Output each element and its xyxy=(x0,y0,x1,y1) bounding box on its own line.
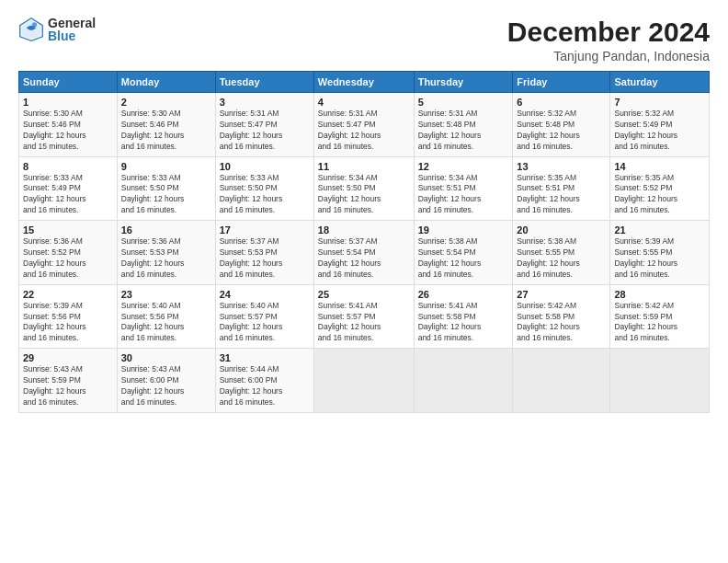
main-title: December 2024 xyxy=(507,17,710,47)
day-number: 2 xyxy=(121,97,211,108)
calendar-day-cell: 31Sunrise: 5:44 AMSunset: 6:00 PMDayligh… xyxy=(215,349,313,413)
day-info: Sunrise: 5:35 AMSunset: 5:52 PMDaylight:… xyxy=(614,173,705,217)
day-info: Sunrise: 5:35 AMSunset: 5:51 PMDaylight:… xyxy=(517,173,606,217)
calendar-day-cell: 5Sunrise: 5:31 AMSunset: 5:48 PMDaylight… xyxy=(414,93,513,157)
calendar-day-cell: 4Sunrise: 5:31 AMSunset: 5:47 PMDaylight… xyxy=(313,93,414,157)
logo: General Blue xyxy=(18,17,96,42)
day-number: 25 xyxy=(318,289,410,300)
subtitle: Tanjung Pandan, Indonesia xyxy=(507,49,710,63)
calendar-day-cell: 14Sunrise: 5:35 AMSunset: 5:52 PMDayligh… xyxy=(610,156,710,221)
calendar-day-cell: 26Sunrise: 5:41 AMSunset: 5:58 PMDayligh… xyxy=(414,284,513,349)
day-of-week-header: Tuesday xyxy=(215,72,313,93)
day-info: Sunrise: 5:36 AMSunset: 5:52 PMDaylight:… xyxy=(23,236,113,281)
day-of-week-header: Sunday xyxy=(19,72,118,93)
day-info: Sunrise: 5:42 AMSunset: 5:58 PMDaylight:… xyxy=(517,301,606,345)
day-info: Sunrise: 5:40 AMSunset: 5:57 PMDaylight:… xyxy=(220,301,310,345)
calendar-day-cell: 3Sunrise: 5:31 AMSunset: 5:47 PMDaylight… xyxy=(215,93,313,157)
day-info: Sunrise: 5:37 AMSunset: 5:54 PMDaylight:… xyxy=(318,236,410,281)
calendar-day-cell: 23Sunrise: 5:40 AMSunset: 5:56 PMDayligh… xyxy=(117,284,215,349)
calendar-day-cell xyxy=(513,349,610,413)
day-info: Sunrise: 5:36 AMSunset: 5:53 PMDaylight:… xyxy=(121,236,211,281)
title-block: December 2024 Tanjung Pandan, Indonesia xyxy=(507,17,710,63)
day-number: 15 xyxy=(23,224,113,236)
calendar-day-cell: 8Sunrise: 5:33 AMSunset: 5:49 PMDaylight… xyxy=(19,156,118,221)
day-number: 6 xyxy=(517,97,606,108)
day-number: 29 xyxy=(23,352,113,363)
calendar-day-cell: 24Sunrise: 5:40 AMSunset: 5:57 PMDayligh… xyxy=(215,284,313,349)
logo-text: General Blue xyxy=(48,17,96,42)
day-info: Sunrise: 5:40 AMSunset: 5:56 PMDaylight:… xyxy=(121,301,211,345)
calendar-table: SundayMondayTuesdayWednesdayThursdayFrid… xyxy=(18,71,710,413)
day-info: Sunrise: 5:42 AMSunset: 5:59 PMDaylight:… xyxy=(614,301,705,345)
calendar-week-row: 8Sunrise: 5:33 AMSunset: 5:49 PMDaylight… xyxy=(19,156,710,221)
day-info: Sunrise: 5:30 AMSunset: 5:46 PMDaylight:… xyxy=(23,109,113,153)
day-number: 30 xyxy=(121,352,211,363)
calendar-day-cell: 11Sunrise: 5:34 AMSunset: 5:50 PMDayligh… xyxy=(313,156,414,221)
header: General Blue December 2024 Tanjung Panda… xyxy=(18,17,710,63)
day-number: 26 xyxy=(418,289,509,300)
calendar-week-row: 15Sunrise: 5:36 AMSunset: 5:52 PMDayligh… xyxy=(19,221,710,285)
day-number: 4 xyxy=(318,97,410,108)
day-info: Sunrise: 5:33 AMSunset: 5:49 PMDaylight:… xyxy=(23,173,113,217)
day-info: Sunrise: 5:32 AMSunset: 5:48 PMDaylight:… xyxy=(517,109,606,153)
page: General Blue December 2024 Tanjung Panda… xyxy=(0,0,728,563)
calendar-day-cell: 16Sunrise: 5:36 AMSunset: 5:53 PMDayligh… xyxy=(117,221,215,285)
calendar-day-cell: 25Sunrise: 5:41 AMSunset: 5:57 PMDayligh… xyxy=(313,284,414,349)
day-info: Sunrise: 5:37 AMSunset: 5:53 PMDaylight:… xyxy=(220,236,310,281)
calendar-day-cell: 2Sunrise: 5:30 AMSunset: 5:46 PMDaylight… xyxy=(117,93,215,157)
calendar-week-row: 1Sunrise: 5:30 AMSunset: 5:46 PMDaylight… xyxy=(19,93,710,157)
calendar-week-row: 22Sunrise: 5:39 AMSunset: 5:56 PMDayligh… xyxy=(19,284,710,349)
day-info: Sunrise: 5:31 AMSunset: 5:47 PMDaylight:… xyxy=(318,109,410,153)
calendar-week-row: 29Sunrise: 5:43 AMSunset: 5:59 PMDayligh… xyxy=(19,349,710,413)
calendar-day-cell: 12Sunrise: 5:34 AMSunset: 5:51 PMDayligh… xyxy=(414,156,513,221)
day-number: 16 xyxy=(121,224,211,236)
day-info: Sunrise: 5:33 AMSunset: 5:50 PMDaylight:… xyxy=(121,173,211,217)
day-of-week-header: Thursday xyxy=(414,72,513,93)
day-info: Sunrise: 5:41 AMSunset: 5:57 PMDaylight:… xyxy=(318,301,410,345)
logo-blue-label: Blue xyxy=(48,29,96,42)
day-info: Sunrise: 5:38 AMSunset: 5:55 PMDaylight:… xyxy=(517,236,606,281)
calendar-day-cell: 15Sunrise: 5:36 AMSunset: 5:52 PMDayligh… xyxy=(19,221,118,285)
day-number: 19 xyxy=(418,224,509,236)
day-info: Sunrise: 5:39 AMSunset: 5:55 PMDaylight:… xyxy=(614,236,705,281)
day-of-week-header: Saturday xyxy=(610,72,710,93)
day-number: 11 xyxy=(318,161,410,172)
day-info: Sunrise: 5:32 AMSunset: 5:49 PMDaylight:… xyxy=(614,109,705,153)
day-number: 28 xyxy=(614,289,705,300)
day-number: 31 xyxy=(220,352,310,363)
day-info: Sunrise: 5:34 AMSunset: 5:51 PMDaylight:… xyxy=(418,173,509,217)
calendar-day-cell: 29Sunrise: 5:43 AMSunset: 5:59 PMDayligh… xyxy=(19,349,118,413)
day-number: 7 xyxy=(614,97,705,108)
day-number: 24 xyxy=(220,289,310,300)
day-number: 22 xyxy=(23,289,113,300)
day-info: Sunrise: 5:44 AMSunset: 6:00 PMDaylight:… xyxy=(220,364,310,408)
calendar-day-cell: 6Sunrise: 5:32 AMSunset: 5:48 PMDaylight… xyxy=(513,93,610,157)
day-info: Sunrise: 5:39 AMSunset: 5:56 PMDaylight:… xyxy=(23,301,113,345)
day-number: 1 xyxy=(23,97,113,108)
calendar-day-cell xyxy=(313,349,414,413)
calendar-day-cell: 13Sunrise: 5:35 AMSunset: 5:51 PMDayligh… xyxy=(513,156,610,221)
calendar-day-cell: 17Sunrise: 5:37 AMSunset: 5:53 PMDayligh… xyxy=(215,221,313,285)
calendar-day-cell: 19Sunrise: 5:38 AMSunset: 5:54 PMDayligh… xyxy=(414,221,513,285)
calendar-day-cell: 1Sunrise: 5:30 AMSunset: 5:46 PMDaylight… xyxy=(19,93,118,157)
day-number: 14 xyxy=(614,161,705,172)
day-info: Sunrise: 5:34 AMSunset: 5:50 PMDaylight:… xyxy=(318,173,410,217)
day-info: Sunrise: 5:31 AMSunset: 5:47 PMDaylight:… xyxy=(220,109,310,153)
calendar-day-cell: 7Sunrise: 5:32 AMSunset: 5:49 PMDaylight… xyxy=(610,93,710,157)
day-number: 8 xyxy=(23,161,113,172)
calendar-day-cell: 22Sunrise: 5:39 AMSunset: 5:56 PMDayligh… xyxy=(19,284,118,349)
day-number: 12 xyxy=(418,161,509,172)
day-number: 10 xyxy=(220,161,310,172)
day-info: Sunrise: 5:30 AMSunset: 5:46 PMDaylight:… xyxy=(121,109,211,153)
calendar-day-cell: 28Sunrise: 5:42 AMSunset: 5:59 PMDayligh… xyxy=(610,284,710,349)
svg-point-2 xyxy=(32,22,37,27)
calendar-header-row: SundayMondayTuesdayWednesdayThursdayFrid… xyxy=(19,72,710,93)
day-number: 9 xyxy=(121,161,211,172)
calendar-day-cell: 18Sunrise: 5:37 AMSunset: 5:54 PMDayligh… xyxy=(313,221,414,285)
day-number: 23 xyxy=(121,289,211,300)
day-of-week-header: Wednesday xyxy=(313,72,414,93)
calendar-day-cell xyxy=(610,349,710,413)
logo-general-label: General xyxy=(48,17,96,29)
day-of-week-header: Monday xyxy=(117,72,215,93)
day-info: Sunrise: 5:43 AMSunset: 6:00 PMDaylight:… xyxy=(121,364,211,408)
